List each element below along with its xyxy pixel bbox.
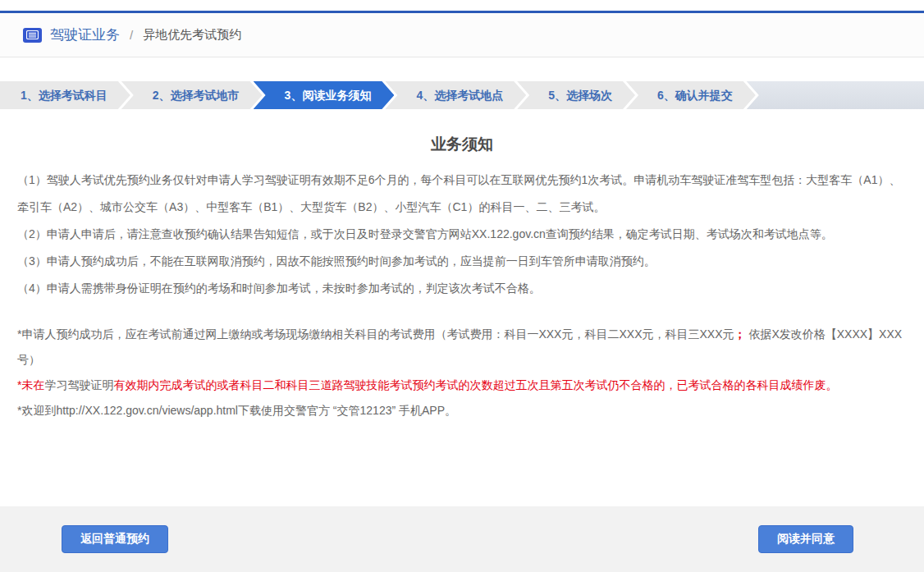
fee-note: *申请人预约成功后，应在考试前通过网上缴纳或考场现场缴纳相关科目的考试费用（考试… [17, 322, 907, 373]
expiry-warning-note: *未在学习驾驶证明有效期内完成考试的或者科目二和科目三道路驾驶技能考试预约考试的… [17, 373, 907, 398]
notice-paragraph-1: （1）驾驶人考试优先预约业务仅针对申请人学习驾驶证明有效期不足6个月的，每个科目… [17, 167, 907, 221]
step-4-select-site: 4、选择考试地点 [385, 81, 526, 109]
breadcrumb-current-page: 异地优先考试预约 [143, 27, 241, 43]
notice-star-notes: *申请人预约成功后，应在考试前通过网上缴纳或考场现场缴纳相关科目的考试费用（考试… [17, 322, 907, 423]
notice-paragraph-4: （4）申请人需携带身份证明在预约的考场和时间参加考试，未按时参加考试的，判定该次… [17, 275, 907, 302]
breadcrumb-separator: / [130, 28, 133, 42]
step-2-select-city: 2、选择考试地市 [121, 81, 263, 109]
step-3-read-notice: 3、阅读业务须知 [254, 81, 395, 109]
app-download-note: *欢迎到http://XX.122.gov.cn/views/app.html下… [17, 398, 907, 423]
breadcrumb-section-link[interactable]: 驾驶证业务 [50, 25, 120, 44]
notice-content: 业务须知 （1）驾驶人考试优先预约业务仅针对申请人学习驾驶证明有效期不足6个月的… [0, 134, 924, 423]
step-bar-filler [747, 81, 924, 109]
back-to-normal-booking-button[interactable]: 返回普通预约 [62, 525, 168, 553]
step-progress-bar: 1、选择考试科目 2、选择考试地市 3、阅读业务须知 4、选择考试地点 5、选择… [0, 81, 924, 109]
step-5-select-session: 5、选择场次 [517, 81, 635, 109]
notice-paragraphs: （1）驾驶人考试优先预约业务仅针对申请人学习驾驶证明有效期不足6个月的，每个科目… [17, 167, 907, 302]
step-1-select-subject: 1、选择考试科目 [0, 81, 130, 109]
breadcrumb: 驾驶证业务 / 异地优先考试预约 [0, 13, 924, 57]
list-menu-icon [23, 28, 42, 43]
footer-action-bar: 返回普通预约 阅读并同意 [0, 506, 924, 572]
step-6-confirm-submit: 6、确认并提交 [626, 81, 756, 109]
page-title: 业务须知 [17, 134, 907, 155]
notice-paragraph-2: （2）申请人申请后，请注意查收预约确认结果告知短信，或于次日及时登录交警官方网站… [17, 221, 907, 248]
top-margin [0, 0, 924, 11]
read-and-agree-button[interactable]: 阅读并同意 [758, 525, 853, 553]
notice-paragraph-3: （3）申请人预约成功后，不能在互联网取消预约，因故不能按照预约时间参加考试的，应… [17, 248, 907, 275]
